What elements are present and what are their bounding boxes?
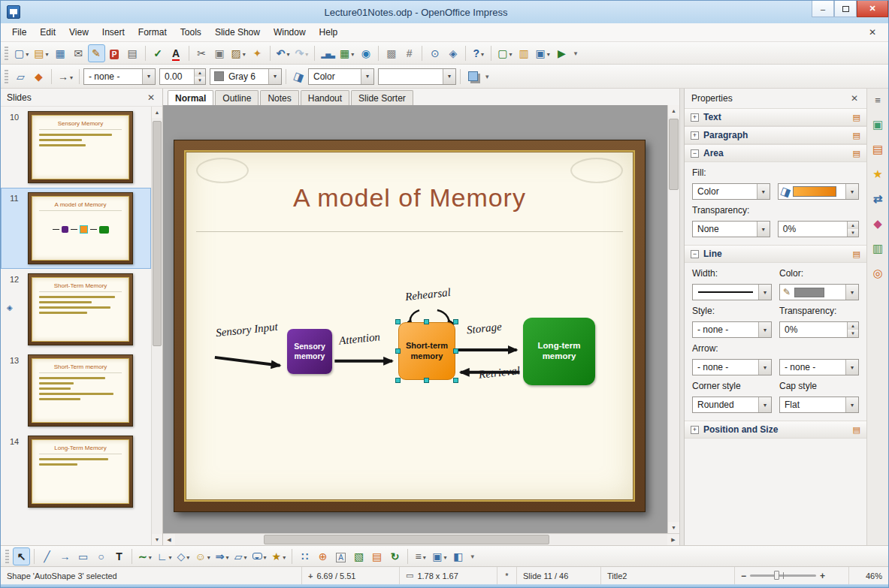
shape-sensory-memory[interactable]: Sensory memory <box>287 329 332 374</box>
horizontal-scrollbar[interactable]: ◀ ▶ <box>163 533 679 545</box>
menu-file[interactable]: File <box>5 24 33 41</box>
slide-editing-surface[interactable]: A model of Memory <box>174 140 646 512</box>
more-options-icon[interactable] <box>853 425 860 435</box>
expand-icon[interactable]: + <box>691 113 699 122</box>
slide-transition-deck-icon[interactable] <box>869 190 887 208</box>
gluepoints-button[interactable] <box>30 68 47 86</box>
dropdown-button[interactable] <box>142 69 155 84</box>
gallery-deck-icon[interactable] <box>869 140 887 158</box>
transparency-spinner[interactable]: 0% ▲▼ <box>778 221 859 237</box>
scrollbar-thumb[interactable] <box>264 535 549 544</box>
menu-edit[interactable]: Edit <box>33 24 62 41</box>
duplicate-slide-button[interactable] <box>534 44 552 62</box>
gluepoints-tool-button[interactable] <box>314 547 331 565</box>
zoom-in-icon[interactable]: + <box>820 571 825 581</box>
scroll-down-icon[interactable]: ▼ <box>668 522 679 533</box>
tab-notes[interactable]: Notes <box>260 90 298 105</box>
master-pages-deck-icon[interactable] <box>869 240 887 258</box>
fontwork-button[interactable] <box>332 547 349 565</box>
new-presentation-button[interactable] <box>12 44 31 62</box>
minimize-button[interactable]: – <box>812 1 834 17</box>
zoom-percentage[interactable]: 46% <box>849 567 888 584</box>
arrange-button[interactable] <box>430 547 449 565</box>
transparency-mode-select[interactable]: None <box>692 221 770 237</box>
tab-handout[interactable]: Handout <box>301 90 349 105</box>
symbol-shapes-button[interactable] <box>192 547 212 565</box>
block-arrows-button[interactable] <box>213 547 231 565</box>
slide-thumbnail-10[interactable]: 10 Sensory Memory <box>1 107 151 188</box>
zoom-out-icon[interactable]: − <box>741 571 746 581</box>
collapse-icon[interactable]: − <box>691 149 699 158</box>
more-options-icon[interactable] <box>853 249 860 259</box>
rotate-button[interactable] <box>386 547 404 565</box>
menu-insert[interactable]: Insert <box>95 24 132 41</box>
dropdown-button[interactable] <box>758 397 771 412</box>
line-color-select[interactable] <box>779 284 859 300</box>
area-fill-type-select[interactable]: Color <box>692 183 770 200</box>
new-slide-button[interactable] <box>495 44 514 62</box>
line-style-select[interactable]: - none - <box>692 321 772 338</box>
selection-handle[interactable] <box>424 319 429 324</box>
gallery-button[interactable] <box>368 547 386 565</box>
scrollbar-thumb[interactable] <box>153 121 162 346</box>
line-transparency-spinner[interactable]: 0% ▲▼ <box>779 321 859 338</box>
callouts-button[interactable] <box>250 547 269 565</box>
line-width-select[interactable] <box>692 284 772 300</box>
menu-window[interactable]: Window <box>267 24 313 41</box>
hyperlink-button[interactable] <box>357 44 374 62</box>
toolbar-grip[interactable] <box>5 47 8 60</box>
shape-long-term-memory[interactable]: Long-term memory <box>523 318 595 385</box>
tab-slide-sorter[interactable]: Slide Sorter <box>351 90 413 105</box>
selection-handle[interactable] <box>453 319 458 324</box>
ellipse-tool-button[interactable] <box>92 547 110 565</box>
expand-icon[interactable]: + <box>691 131 699 140</box>
scroll-right-icon[interactable]: ▶ <box>667 534 679 545</box>
expand-icon[interactable]: + <box>691 426 699 434</box>
selection-handle[interactable] <box>395 319 401 324</box>
more-options-icon[interactable] <box>853 131 860 140</box>
navigator-deck-icon[interactable] <box>869 264 887 282</box>
email-button[interactable] <box>70 44 87 62</box>
section-line-header[interactable]: − Line <box>685 245 866 263</box>
rectangle-tool-button[interactable] <box>74 547 92 565</box>
dropdown-button[interactable] <box>758 322 771 337</box>
dropdown-button[interactable] <box>845 360 858 375</box>
close-button[interactable]: ✕ <box>857 1 888 17</box>
insert-table-button[interactable] <box>337 44 356 62</box>
fill-color-select[interactable] <box>378 68 456 85</box>
cap-style-select[interactable]: Flat <box>779 397 859 413</box>
dropdown-button[interactable] <box>361 69 373 84</box>
close-document-button[interactable]: ✕ <box>861 26 884 39</box>
line-width-spinner[interactable]: 0.00 ▲▼ <box>159 68 206 85</box>
dropdown-button[interactable] <box>757 184 770 199</box>
slide-thumbnail-14[interactable]: 14 Long-Term Memory <box>1 431 151 512</box>
section-paragraph-header[interactable]: + Paragraph <box>685 126 866 144</box>
toolbar-overflow-button[interactable]: ▾ <box>571 50 581 57</box>
more-options-icon[interactable] <box>853 113 860 122</box>
more-options-icon[interactable] <box>853 149 860 158</box>
toolbar-grip[interactable] <box>5 550 9 563</box>
menu-help[interactable]: Help <box>313 24 345 41</box>
open-button[interactable] <box>32 44 50 62</box>
fill-type-select[interactable]: Color <box>308 68 374 85</box>
text-tool-button[interactable] <box>110 547 128 565</box>
selection-handle[interactable] <box>453 378 458 383</box>
flowchart-button[interactable] <box>232 547 249 565</box>
slide-layout-name[interactable]: Title2 <box>601 567 735 584</box>
menu-format[interactable]: Format <box>132 24 174 41</box>
menu-slide-show[interactable]: Slide Show <box>208 24 267 41</box>
selection-handle[interactable] <box>395 348 401 354</box>
curve-tool-button[interactable] <box>136 547 154 565</box>
slide-show-button[interactable] <box>553 44 570 62</box>
section-area-header[interactable]: − Area <box>685 144 866 162</box>
auto-spellcheck-button[interactable] <box>168 44 185 62</box>
maximize-button[interactable] <box>834 1 857 17</box>
sidebar-close-button[interactable]: ✕ <box>849 93 860 104</box>
area-style-button[interactable] <box>290 68 307 86</box>
edit-points-tool-button[interactable] <box>296 547 313 565</box>
slide-counter[interactable]: Slide 11 / 46 <box>517 567 601 584</box>
zoom-slider[interactable]: − + <box>735 567 849 584</box>
arrow-line-tool-button[interactable] <box>56 547 74 565</box>
properties-deck-icon[interactable] <box>869 116 887 134</box>
scroll-up-icon[interactable]: ▲ <box>152 107 162 118</box>
